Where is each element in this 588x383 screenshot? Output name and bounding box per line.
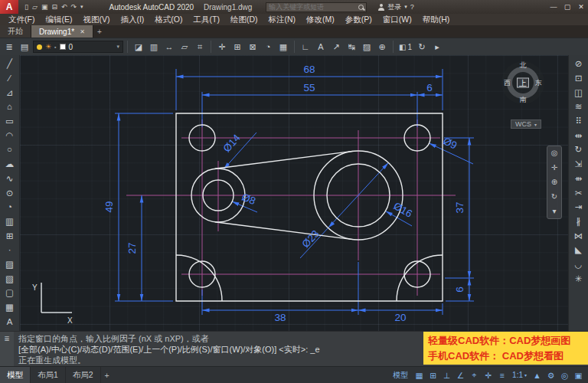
workspace-gear-icon[interactable]: ⚙ (544, 368, 557, 381)
scale-icon[interactable]: ⇲ (570, 157, 587, 172)
layer-dropdown-caret-icon[interactable]: ▾ (116, 44, 119, 50)
hatch-icon[interactable]: ▨ (360, 40, 374, 54)
tab-close-icon[interactable]: ✕ (80, 28, 85, 35)
search-input[interactable] (269, 3, 356, 11)
command-customize-icon[interactable]: ≣ (0, 332, 14, 366)
circle-icon[interactable]: ○ (2, 142, 18, 157)
search-icon[interactable] (358, 5, 364, 10)
save-icon[interactable]: ▣ (41, 3, 48, 11)
undo-icon[interactable]: ↶ (61, 3, 67, 11)
layer-states-icon[interactable]: ▤ (18, 40, 31, 54)
measure-area-icon[interactable]: ▱ (178, 40, 191, 54)
minimize-button[interactable]: — (547, 0, 560, 14)
measure-geometry-icon[interactable]: ⌗ (193, 40, 207, 54)
layer-properties-icon[interactable]: ≣ (2, 40, 16, 54)
redo-icon[interactable]: ↷ (70, 3, 77, 11)
model-space-toggle[interactable]: 模型 (389, 368, 412, 381)
hatch-tool-icon[interactable]: ▨ (2, 257, 18, 272)
nav-zoom-icon[interactable]: ⊕ (551, 178, 557, 186)
layer-on-icon[interactable] (37, 44, 42, 50)
nav-more-icon[interactable]: ▾ (552, 208, 556, 215)
cad-drawing[interactable]: 68 55 6 49 27 37 6 38 20 Ø14 Ø8 Ø23 Ø16 … (23, 60, 567, 331)
menu-format[interactable]: 格式(O) (149, 14, 188, 25)
zoom-extents-icon[interactable]: ⊠ (246, 40, 260, 54)
menu-edit[interactable]: 编辑(E) (40, 14, 77, 25)
spline-icon[interactable]: ∿ (2, 172, 18, 186)
layer-lock-icon[interactable]: ▪ (54, 44, 56, 50)
view-compass[interactable]: 北 南 西 东 上 (501, 61, 544, 104)
dimension-icon[interactable]: ↹ (345, 40, 358, 54)
menu-tools[interactable]: 工具(T) (188, 14, 225, 25)
trim-icon[interactable]: ✂ (570, 185, 587, 200)
help-search[interactable] (266, 2, 367, 12)
leader-icon[interactable]: ↗ (329, 40, 343, 54)
dimensions[interactable] (115, 69, 474, 315)
annotation-scale-control[interactable]: 1:1 ▾ (509, 371, 530, 379)
menu-help[interactable]: 帮助(H) (417, 14, 456, 25)
layout-tab-layout2[interactable]: 布局2 (66, 367, 101, 383)
mirror-icon[interactable]: ◫ (570, 85, 587, 100)
ucs-icon[interactable]: ∟ (299, 40, 312, 54)
region-icon[interactable]: ▢ (2, 286, 18, 300)
ellipse-icon[interactable]: ⊙ (2, 185, 18, 200)
ellipse-arc-icon[interactable]: ◔ (2, 200, 18, 214)
account-caret-icon[interactable]: ▾ (404, 4, 407, 10)
help-icon[interactable]: ? (410, 3, 414, 11)
user-icon[interactable] (377, 4, 384, 11)
menu-parametric[interactable]: 参数(P) (340, 14, 377, 25)
polygon-icon[interactable]: ⌂ (2, 100, 18, 114)
compass-north[interactable]: 北 (520, 62, 527, 69)
extend-icon[interactable]: ⇥ (570, 200, 587, 214)
chamfer-icon[interactable]: ◣ (570, 243, 587, 257)
line-tool-icon[interactable]: ╱ (2, 57, 18, 71)
point-icon[interactable]: ∙ (2, 243, 18, 257)
osnap-icon[interactable]: ⌖ (468, 368, 481, 381)
orbit-icon[interactable]: ◔ (261, 40, 275, 54)
explode-icon[interactable]: ✳ (570, 271, 587, 286)
make-block-icon[interactable]: ⊞ (2, 228, 18, 243)
new-tab-button[interactable]: + (93, 25, 106, 38)
menu-view[interactable]: 视图(V) (77, 14, 115, 25)
insert-block-icon[interactable]: ⊕ (375, 40, 389, 54)
menu-file[interactable]: 文件(F) (3, 14, 40, 25)
snap-icon[interactable]: ⊞ (426, 368, 439, 381)
close-button[interactable]: ✕ (574, 0, 588, 14)
mtext-icon[interactable]: A (2, 314, 18, 329)
text-tool-icon[interactable]: A (314, 40, 328, 54)
grid-icon[interactable]: ▦ (413, 368, 426, 381)
layer-color-swatch[interactable] (60, 44, 66, 50)
stretch-icon[interactable]: ⇻ (570, 172, 587, 186)
navigation-wheel-icon[interactable]: ◎ (551, 149, 558, 157)
join-icon[interactable]: ⋈ (570, 228, 587, 243)
menu-modify[interactable]: 修改(M) (301, 14, 340, 25)
named-views-icon[interactable]: ▦ (276, 40, 290, 54)
menu-dimension[interactable]: 标注(N) (263, 14, 302, 25)
clean-screen-icon[interactable]: ▣ (572, 368, 585, 381)
new-file-icon[interactable]: ▯ (24, 3, 28, 11)
nav-orbit-icon[interactable]: ↻ (551, 193, 557, 201)
layer-freeze-icon[interactable]: ☀ (45, 44, 51, 51)
otrack-icon[interactable]: ✛ (482, 368, 495, 381)
navigation-bar[interactable]: ◎ ✛ ⊕ ↻ ▾ (547, 146, 562, 219)
plot-icon[interactable]: ⊟ (51, 3, 57, 11)
arc-icon[interactable]: ◠ (2, 128, 18, 142)
pan-icon[interactable]: ✛ (215, 40, 229, 54)
copy-icon[interactable]: ⊡ (570, 71, 587, 86)
wcs-dropdown[interactable]: WCS ▾ (511, 119, 541, 129)
ortho-icon[interactable]: ⊥ (440, 368, 453, 381)
new-layout-button[interactable]: + (101, 367, 113, 383)
compass-top-face[interactable]: 上 (517, 78, 529, 88)
draw-order-icon[interactable]: ▸ (430, 40, 444, 54)
layout-tab-model[interactable]: 模型 (0, 367, 31, 383)
viewport-badge[interactable]: ◧ 1 (397, 43, 413, 51)
open-file-icon[interactable]: ▱ (32, 3, 38, 11)
menu-insert[interactable]: 插入(I) (115, 14, 149, 25)
rectangle-icon[interactable]: ▭ (2, 114, 18, 129)
isolate-objects-icon[interactable]: ◎ (558, 368, 571, 381)
polar-icon[interactable]: ∠ (454, 368, 467, 381)
layer-dropdown[interactable]: ☀ ▪ 0 ▾ (33, 41, 123, 53)
regen-icon[interactable]: ↻ (415, 40, 429, 54)
model-space-canvas[interactable]: 68 55 6 49 27 37 6 38 20 Ø14 Ø8 Ø23 Ø16 … (20, 55, 568, 331)
polyline-icon[interactable]: ⊿ (2, 85, 18, 100)
insert-block-tool-icon[interactable]: ▥ (2, 214, 18, 229)
